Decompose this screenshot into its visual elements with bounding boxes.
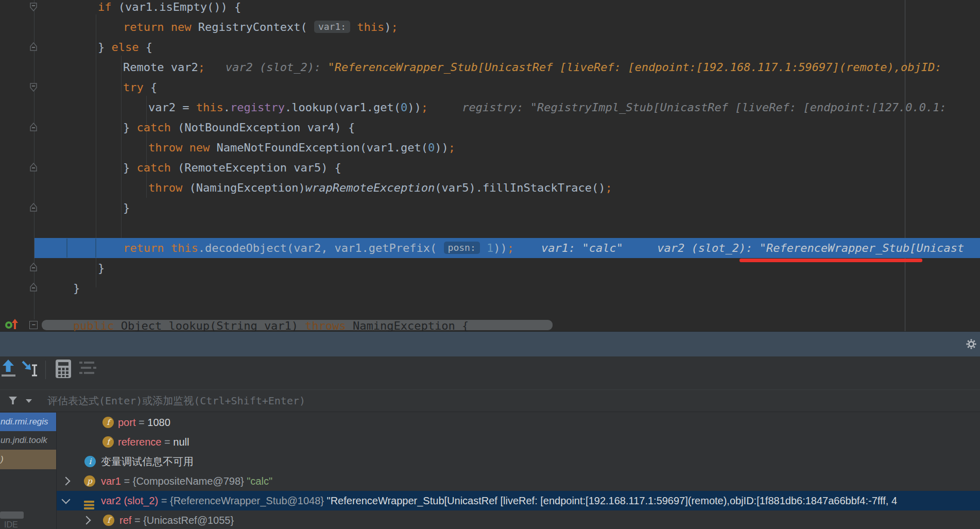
variable-row[interactable]: pvar1 = {CompositeName@798} "calc": [57, 471, 980, 491]
variable-row[interactable]: i变量调试信息不可用: [57, 452, 980, 471]
text-segment: [205, 61, 226, 74]
text-segment: {: [139, 41, 152, 54]
variable-row[interactable]: fref = {UnicastRef@1055}: [57, 510, 980, 529]
text-segment: }: [73, 282, 80, 295]
field-icon: f: [102, 436, 114, 448]
text-segment: =: [135, 417, 147, 428]
text-segment: =: [158, 495, 170, 506]
text-segment: (NotBoundException var4) {: [171, 121, 355, 134]
text-segment: NamingException {: [346, 319, 469, 331]
inline-parameter-hint: posn:: [444, 242, 480, 254]
chevron-down-icon[interactable]: [26, 399, 32, 403]
eval-placeholder-text: 评估表达式(Enter)或添加监视(Ctrl+Shift+Enter): [47, 390, 305, 412]
fold-collapse-box[interactable]: −: [29, 321, 38, 329]
variable-text: var1 = {CompositeName@798} "calc": [101, 471, 272, 491]
execution-line[interactable]: return this.decodeObject(var2, var1.getP…: [35, 238, 980, 258]
text-segment: ;: [198, 61, 205, 74]
text-segment: {CompositeName@798}: [133, 475, 247, 487]
stack-frame-row[interactable]: ): [0, 450, 57, 469]
evaluate-expression-input[interactable]: 评估表达式(Enter)或添加监视(Ctrl+Shift+Enter): [0, 389, 980, 412]
code-line[interactable]: }: [35, 198, 980, 218]
text-segment: ;: [605, 181, 612, 194]
code-lines: if (var1.isEmpty()) {return new Registry…: [0, 0, 980, 331]
text-segment: {: [144, 81, 158, 94]
variables-tree[interactable]: fport = 1080freference = nulli变量调试信息不可用p…: [57, 412, 980, 529]
text-segment: null: [173, 436, 189, 448]
text-segment: {ReferenceWrapper_Stub@1048}: [170, 495, 327, 506]
code-line[interactable]: } else {: [35, 37, 980, 57]
text-segment: this: [171, 242, 198, 254]
text-segment: }: [98, 41, 112, 54]
debug-actions-toolbar: [0, 356, 980, 389]
chevron-collapsed-icon[interactable]: [82, 516, 91, 525]
compare-view-icon[interactable]: [79, 362, 97, 377]
run-to-cursor-icon[interactable]: [22, 361, 39, 381]
stack-frame-row[interactable]: ndi.rmi.regis: [0, 413, 57, 431]
chevron-expanded-icon[interactable]: [62, 496, 71, 504]
text-segment: 1080: [147, 417, 170, 428]
evaluate-expression-icon[interactable]: [56, 360, 71, 380]
text-segment: throw: [148, 181, 182, 194]
error-underline: [740, 259, 922, 262]
text-segment: [350, 21, 357, 33]
text-segment: reference: [118, 436, 162, 448]
text-segment: catch: [137, 161, 171, 174]
field-icon: f: [103, 515, 114, 526]
variable-row-selected[interactable]: var2 (slot_2) = {ReferenceWrapper_Stub@1…: [57, 491, 980, 510]
chevron-collapsed-icon[interactable]: [62, 477, 71, 486]
code-line[interactable]: var2 = this.registry.lookup(var1.get(0))…: [35, 97, 980, 117]
step-out-icon[interactable]: [2, 360, 16, 381]
variable-row[interactable]: fport = 1080: [57, 413, 980, 432]
parameter-icon: p: [84, 475, 95, 487]
text-segment: var2 (slot_2):: [226, 61, 328, 74]
indent-guide-on-execution-line: [95, 238, 96, 258]
info-icon: i: [84, 456, 96, 467]
text-segment: var2 =: [148, 101, 196, 114]
bottom-left-label: IDE: [4, 520, 18, 529]
text-segment: )): [407, 101, 421, 114]
code-line[interactable]: try {: [35, 77, 980, 97]
text-segment: .lookup(var1.get(: [285, 101, 401, 114]
variable-text: var2 (slot_2) = {ReferenceWrapper_Stub@1…: [101, 491, 897, 510]
text-segment: (var1.isEmpty()) {: [112, 1, 242, 13]
text-segment: )): [493, 242, 507, 254]
code-line[interactable]: if (var1.isEmpty()) {: [35, 0, 980, 17]
text-segment: [623, 242, 657, 254]
text-segment: try: [123, 81, 144, 94]
code-line[interactable]: Remote var2; var2 (slot_2): "ReferenceWr…: [35, 57, 980, 77]
text-segment: RegistryContext(: [191, 21, 314, 33]
text-segment: }: [123, 201, 130, 214]
frames-list[interactable]: IDE ndi.rmi.regisun.jndi.toolk): [0, 412, 57, 529]
text-segment: .: [223, 101, 230, 114]
variable-row[interactable]: freference = null: [57, 432, 980, 452]
gear-icon[interactable]: [966, 338, 977, 352]
debug-toolwindow-header[interactable]: [0, 331, 980, 356]
code-line[interactable]: } catch (NotBoundException var4) {: [35, 117, 980, 138]
frames-scrollbar-thumb[interactable]: [0, 511, 24, 519]
execution-point-icon[interactable]: [4, 319, 19, 331]
text-segment: var2 (slot_2): [101, 495, 158, 506]
text-segment: [428, 101, 462, 114]
text-segment: }: [98, 262, 105, 275]
text-segment: =: [121, 475, 133, 487]
filter-funnel-icon[interactable]: [8, 396, 18, 407]
text-segment: throws: [305, 319, 346, 331]
code-line[interactable]: return new RegistryContext( var1: this);: [35, 17, 980, 37]
code-line[interactable]: throw (NamingException)wrapRemoteExcepti…: [35, 178, 980, 198]
code-editor[interactable]: if (var1.isEmpty()) {return new Registry…: [0, 0, 980, 331]
code-line[interactable]: }: [35, 278, 980, 298]
code-line[interactable]: } catch (RemoteException var5) {: [35, 158, 980, 178]
code-line[interactable]: throw new NameNotFoundException(var1.get…: [35, 138, 980, 158]
stack-frame-row[interactable]: un.jndi.toolk: [0, 431, 57, 450]
text-segment: ): [384, 21, 391, 33]
text-segment: wrapRemoteException: [305, 181, 435, 194]
text-segment: (NamingException): [182, 181, 305, 194]
text-segment: "ReferenceWrapper_Stub[UnicastRef [liveR…: [327, 495, 897, 506]
text-segment: catch: [137, 121, 171, 134]
text-segment: ref: [119, 515, 131, 526]
text-segment: Object lookup(String var1): [114, 319, 305, 331]
text-segment: [164, 242, 170, 254]
text-segment: (RemoteException var5) {: [171, 161, 341, 174]
code-line[interactable]: public Object lookup(String var1) throws…: [35, 316, 980, 331]
text-segment: new: [171, 21, 192, 33]
